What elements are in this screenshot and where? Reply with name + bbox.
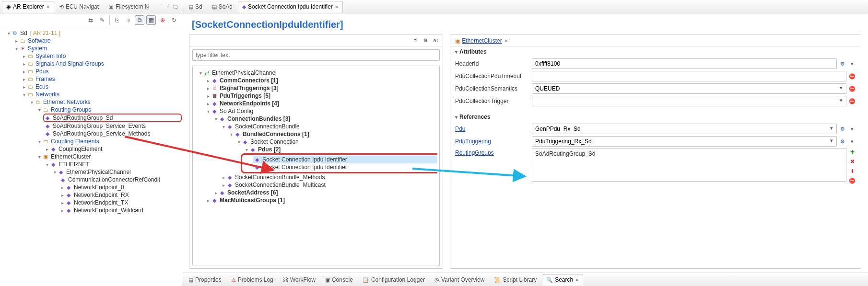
tree-rg-service-events[interactable]: ◆ SoAdRoutingGroup_Service_Events — [43, 122, 182, 130]
add-icon[interactable]: ✚ — [848, 148, 856, 156]
ot-scbm[interactable]: ▸ ◆ SocketConnectionBundle_Methods — [220, 173, 437, 181]
ot-bcon[interactable]: ▾ ◆ BundledConnections [1] — [227, 130, 437, 138]
expand-icon[interactable]: ▾ — [13, 46, 19, 51]
ot-comm[interactable]: ▸ ◆ CommConnectors [1] — [204, 77, 437, 84]
ot-nwe[interactable]: ▸ ◆ NetworkEndpoints [4] — [204, 100, 437, 107]
tree-pdus[interactable]: ▸ 🗀 Pdus — [20, 68, 182, 75]
tree-signals[interactable]: ▸ 🗀 Signals And Signal Groups — [20, 60, 182, 68]
toolbar-target-icon[interactable]: ⊕ — [158, 15, 167, 25]
ot-scii-selected[interactable]: ◆ Socket Connection Ipdu Identifier — [253, 156, 437, 163]
field-link-label[interactable]: PduTriggering — [455, 138, 532, 145]
field-link-label[interactable]: RoutingGroups — [455, 148, 532, 156]
section-attributes[interactable]: ▾ Attributes — [450, 46, 861, 57]
list-item[interactable]: SoAdRoutingGroup_Sd — [535, 150, 595, 157]
tree-coupling-elements[interactable]: ▾ 🗀 Coupling Elements — [35, 137, 182, 145]
headerid-input[interactable] — [532, 58, 837, 69]
expand-icon[interactable]: ▸ — [221, 183, 226, 188]
ot-pdus[interactable]: ▾ ◆ Pdus [2] — [243, 146, 437, 153]
expand-icon[interactable]: ▾ — [21, 92, 27, 97]
tree-ethernet-cluster[interactable]: ▾ ▣ EthernetCluster — [35, 153, 182, 160]
tab-ar-explorer[interactable]: ◉ AR Explorer ✕ — [2, 1, 54, 12]
ot-saddr[interactable]: ▸ ◆ SocketAddress [6] — [212, 189, 437, 196]
tab-ecu-navigat[interactable]: ⟲ ECU Navigat — [55, 1, 103, 12]
gear-icon[interactable]: ⚙ — [839, 125, 846, 133]
section-references[interactable]: ▾ References — [450, 112, 861, 122]
error-icon[interactable]: ⛔ — [848, 85, 856, 92]
tree-coupling-element[interactable]: ▸ ◆ CouplingElement — [43, 145, 182, 153]
btab-search[interactable]: 🔍 Search ✕ — [542, 274, 583, 286]
ot-scb[interactable]: ▾ ◆ SocketConnectionBundle — [220, 123, 437, 130]
ot-scbmc[interactable]: ▸ ◆ SocketConnectionBundle_Multicast — [220, 181, 437, 189]
expand-icon[interactable]: ▸ — [205, 78, 211, 83]
toolbar-link-icon[interactable]: ✎ — [97, 15, 107, 25]
tree-epc[interactable]: ▾ ◆ EthernetPhysicalChannel — [51, 168, 182, 176]
expand-icon[interactable]: ▸ — [21, 61, 27, 67]
close-icon[interactable]: ✕ — [335, 4, 339, 10]
breadcrumb-link[interactable]: EthernetCluster — [462, 37, 502, 44]
down-icon[interactable]: ⬇ — [848, 167, 856, 175]
toolbar-refresh-icon[interactable]: ↻ — [169, 15, 179, 25]
ot-scon[interactable]: ▾ ◆ Socket Connection — [235, 138, 437, 146]
hierarchy-icon[interactable]: ⋔ — [411, 36, 419, 44]
btab-variant[interactable]: ◎ Variant Overview — [430, 274, 489, 286]
tree-epc-ccrc[interactable]: ◆ CommunicationConnectorRefCondit — [59, 176, 182, 183]
btab-properties[interactable]: ▤ Properties — [184, 274, 226, 286]
error-icon[interactable]: ⛔ — [848, 72, 856, 80]
btab-configlog[interactable]: 📋 Configuration Logger — [358, 274, 429, 286]
routinggroups-list[interactable]: SoAdRoutingGroup_Sd — [532, 148, 846, 182]
expand-icon[interactable]: ▸ — [59, 185, 65, 190]
tree-epc-nerx[interactable]: ▸ ◆ NetworkEndpoint_RX — [59, 191, 182, 199]
expand-icon[interactable]: ▾ — [236, 139, 242, 145]
tree-routing-groups[interactable]: ▾ 🗀 Routing Groups — [35, 106, 182, 114]
error-icon[interactable]: ⛔ — [848, 97, 856, 105]
toolbar-collapse-icon[interactable]: ⇆ — [86, 15, 95, 25]
tree-ethernet[interactable]: ▾ ◆ ETHERNET — [43, 160, 182, 168]
tree-networks[interactable]: ▾ 🗀 Networks — [20, 91, 182, 98]
tab-filesystem[interactable]: 🖫 Filesystem N — [104, 1, 153, 12]
ot-pdutr[interactable]: ▸ ≣ PduTriggerings [5] — [204, 92, 437, 100]
expand-icon[interactable]: ▸ — [205, 86, 211, 91]
tree-rg-sd[interactable]: ◆ SoAdRoutingGroup_Sd — [43, 114, 182, 122]
error-icon[interactable]: ⛔ — [848, 177, 856, 184]
expand-icon[interactable]: ▸ — [13, 38, 19, 44]
tree-system[interactable]: ▾ ✶ System — [12, 45, 182, 52]
field-link-label[interactable]: Pdu — [455, 126, 532, 132]
expand-icon[interactable]: ▾ — [228, 132, 234, 137]
pct-input[interactable] — [532, 71, 846, 81]
toolbar-paste-icon[interactable]: ⎅ — [123, 15, 133, 25]
expand-icon[interactable]: ▾ — [6, 31, 12, 36]
menu-icon[interactable]: ▾ — [848, 137, 856, 145]
expand-icon[interactable]: ▾ — [52, 170, 58, 175]
pdutrig-select[interactable] — [532, 136, 837, 147]
ot-scii-2[interactable]: ◆ Socket Connection Ipdu Identifier — [253, 163, 437, 171]
doc-icon[interactable]: 🗎 — [422, 36, 429, 44]
btab-console[interactable]: ▣ Console — [321, 274, 357, 286]
tab-scii[interactable]: ◆ Socket Connection Ipdu Identifier ✕ — [238, 1, 343, 12]
close-icon[interactable]: ✕ — [575, 277, 579, 283]
expand-icon[interactable]: ▸ — [213, 190, 219, 195]
tree-system-info[interactable]: ▸ 🗀 System Info — [20, 52, 182, 60]
gear-icon[interactable]: ⚙ — [839, 60, 846, 68]
expand-icon[interactable]: ▾ — [44, 162, 50, 167]
ot-mcg[interactable]: ▸ ◆ MacMulticastGroups [1] — [204, 196, 437, 204]
tree-epc-netx[interactable]: ▸ ◆ NetworkEndpoint_TX — [59, 199, 182, 206]
expand-icon[interactable]: ▾ — [36, 139, 42, 144]
tree-rg-service-methods[interactable]: ◆ SoAdRoutingGroup_Service_Methods — [43, 130, 182, 137]
remove-icon[interactable]: ✖ — [848, 158, 856, 165]
expand-icon[interactable]: ▾ — [36, 154, 42, 160]
btab-problems[interactable]: ⚠ Problems Log — [227, 274, 278, 286]
btab-workflow[interactable]: ⛓ WorkFlow — [279, 274, 320, 286]
gear-icon[interactable]: ⚙ — [839, 137, 846, 145]
tree-epc-ne0[interactable]: ▸ ◆ NetworkEndpoint_0 — [59, 183, 182, 191]
pcs-select[interactable] — [532, 83, 846, 94]
expand-icon[interactable]: ▸ — [205, 101, 211, 106]
expand-icon[interactable]: ▸ — [59, 193, 65, 198]
tree-epc-newc[interactable]: ▸ ◆ NetworkEndpoint_Wildcard — [59, 206, 182, 214]
minimize-icon[interactable]: — — [162, 3, 169, 11]
expand-icon[interactable]: ▸ — [44, 147, 50, 152]
expand-icon[interactable]: ▾ — [198, 70, 203, 76]
tree-root-sd[interactable]: ▾ ⚙ Sd [ AR 21-11 ] — [5, 29, 182, 37]
ot-soad[interactable]: ▾ ◆ So Ad Config — [204, 107, 437, 115]
expand-icon[interactable]: ▸ — [59, 208, 65, 213]
expand-icon[interactable]: ▾ — [221, 124, 226, 129]
